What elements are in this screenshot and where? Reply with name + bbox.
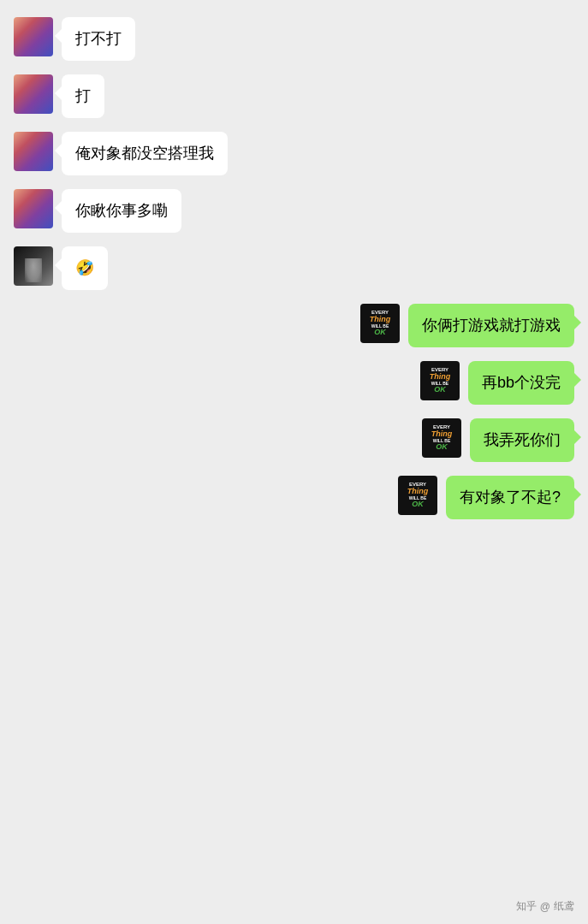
message-row: 你俩打游戏就打游戏 EVERY Thing WILL BE OK xyxy=(14,304,574,347)
message-bubble: 打不打 xyxy=(62,17,135,61)
avatar xyxy=(14,246,53,286)
avatar: EVERY Thing WILL BE OK xyxy=(398,476,437,515)
message-row: 打 xyxy=(14,74,574,118)
message-row: 俺对象都没空搭理我 xyxy=(14,132,574,175)
avatar: EVERY Thing WILL BE OK xyxy=(420,361,460,400)
avatar: EVERY Thing WILL BE OK xyxy=(422,418,461,458)
avatar xyxy=(14,74,53,114)
message-bubble: 我弄死你们 xyxy=(470,418,574,462)
avatar xyxy=(14,17,53,56)
message-bubble: 🤣 xyxy=(62,246,108,290)
message-row: 再bb个没完 EVERY Thing WILL BE OK xyxy=(14,361,574,405)
message-bubble: 打 xyxy=(62,74,104,118)
message-row: 🤣 xyxy=(14,246,574,290)
avatar xyxy=(14,132,53,171)
message-row: 你瞅你事多嘞 xyxy=(14,189,574,233)
watermark-separator: @ xyxy=(540,901,550,913)
message-row: 我弄死你们 EVERY Thing WILL BE OK xyxy=(14,418,574,462)
message-bubble: 你俩打游戏就打游戏 xyxy=(408,304,574,347)
message-bubble: 俺对象都没空搭理我 xyxy=(62,132,228,175)
message-row: 打不打 xyxy=(14,17,574,61)
avatar xyxy=(14,189,53,228)
message-bubble: 你瞅你事多嘞 xyxy=(62,189,181,233)
message-row: 有对象了不起? EVERY Thing WILL BE OK xyxy=(14,476,574,519)
watermark: 知乎 @ 纸鸢 xyxy=(516,899,574,914)
watermark-platform: 知乎 xyxy=(516,899,537,914)
message-bubble: 再bb个没完 xyxy=(468,361,574,405)
watermark-username: 纸鸢 xyxy=(554,899,574,914)
message-bubble: 有对象了不起? xyxy=(446,476,574,519)
chat-container: 打不打打俺对象都没空搭理我你瞅你事多嘞🤣你俩打游戏就打游戏 EVERY Thin… xyxy=(0,0,588,536)
avatar: EVERY Thing WILL BE OK xyxy=(360,304,400,343)
